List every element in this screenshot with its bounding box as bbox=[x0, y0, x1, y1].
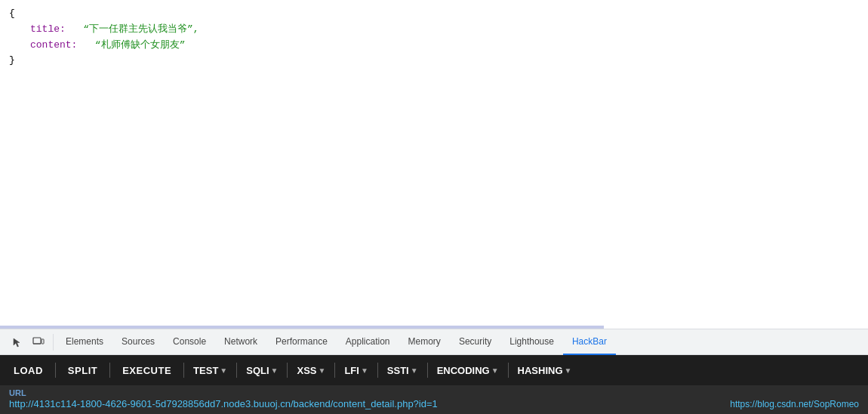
json-value-title: “下一任群主先认我当爷”, bbox=[83, 23, 199, 35]
url-bottom-row: http://4131c114-1800-4626-9601-5d7928856… bbox=[9, 398, 859, 409]
json-line-open: { bbox=[9, 6, 859, 22]
xss-arrow: ▼ bbox=[319, 366, 326, 375]
xss-button[interactable]: XSS ▼ bbox=[292, 362, 330, 379]
json-key-title: title: bbox=[30, 23, 66, 35]
load-button[interactable]: LOAD bbox=[6, 362, 51, 379]
svg-rect-0 bbox=[33, 338, 41, 344]
tab-hackbar[interactable]: HackBar bbox=[563, 329, 616, 355]
tab-sources[interactable]: Sources bbox=[112, 329, 164, 355]
url-bar: URL http://4131c114-1800-4626-9601-5d792… bbox=[0, 385, 868, 414]
url-value[interactable]: http://4131c114-1800-4626-9601-5d7928856… bbox=[9, 398, 438, 409]
test-arrow: ▼ bbox=[220, 366, 227, 375]
tab-lighthouse[interactable]: Lighthouse bbox=[500, 329, 563, 355]
divider-2 bbox=[109, 363, 110, 378]
svg-rect-1 bbox=[42, 339, 44, 344]
ssti-arrow: ▼ bbox=[411, 366, 418, 375]
open-brace: { bbox=[9, 8, 15, 19]
sqli-button[interactable]: SQLI ▼ bbox=[242, 362, 282, 379]
tab-application[interactable]: Application bbox=[337, 329, 399, 355]
close-brace: } bbox=[9, 54, 15, 66]
cursor-icon[interactable] bbox=[9, 334, 26, 351]
hashing-button[interactable]: HASHING ▼ bbox=[513, 362, 577, 379]
divider-5 bbox=[287, 363, 288, 378]
tab-security[interactable]: Security bbox=[450, 329, 500, 355]
divider-7 bbox=[377, 363, 378, 378]
divider-9 bbox=[508, 363, 509, 378]
ssti-button[interactable]: SSTI ▼ bbox=[383, 362, 423, 379]
hashing-arrow: ▼ bbox=[565, 366, 572, 375]
hackbar-toolbar: LOAD SPLIT EXECUTE TEST ▼ SQLI ▼ XSS ▼ L… bbox=[0, 355, 868, 385]
tab-network[interactable]: Network bbox=[215, 329, 266, 355]
divider-1 bbox=[55, 363, 56, 378]
encoding-button[interactable]: ENCODING ▼ bbox=[432, 362, 503, 379]
divider-4 bbox=[236, 363, 237, 378]
devtools-icon-group bbox=[3, 334, 54, 351]
json-value-content: “札师傅缺个女朋友” bbox=[95, 39, 186, 51]
device-toggle-icon[interactable] bbox=[30, 334, 47, 351]
main-content-area: { title: “下一任群主先认我当爷”, content: “札师傅缺个女朋… bbox=[0, 0, 868, 326]
tab-memory[interactable]: Memory bbox=[399, 329, 450, 355]
execute-button[interactable]: EXECUTE bbox=[115, 362, 179, 379]
lfi-arrow: ▼ bbox=[361, 366, 368, 375]
tab-performance[interactable]: Performance bbox=[266, 329, 337, 355]
json-key-content: content: bbox=[30, 39, 77, 51]
divider-8 bbox=[427, 363, 428, 378]
devtools-tabs-bar: Elements Sources Console Network Perform… bbox=[0, 329, 868, 355]
url-label: URL bbox=[9, 388, 859, 397]
tab-elements[interactable]: Elements bbox=[57, 329, 112, 355]
sqli-arrow: ▼ bbox=[271, 366, 279, 375]
encoding-arrow: ▼ bbox=[491, 366, 499, 375]
json-line-title: title: “下一任群主先认我当爷”, bbox=[9, 22, 859, 38]
test-button[interactable]: TEST ▼ bbox=[189, 362, 232, 379]
json-line-content: content: “札师傅缺个女朋友” bbox=[9, 38, 859, 54]
divider-6 bbox=[334, 363, 335, 378]
split-button[interactable]: SPLIT bbox=[60, 362, 105, 379]
divider-3 bbox=[183, 363, 184, 378]
lfi-button[interactable]: LFI ▼ bbox=[340, 362, 372, 379]
url-right-link[interactable]: https://blog.csdn.net/SopRomeo bbox=[730, 399, 859, 409]
json-line-close: } bbox=[9, 53, 859, 69]
tab-console[interactable]: Console bbox=[164, 329, 215, 355]
